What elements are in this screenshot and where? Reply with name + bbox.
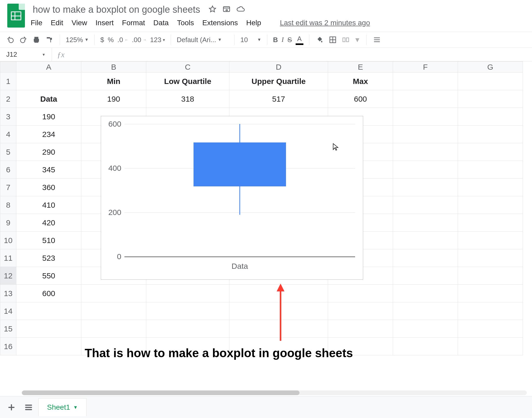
row-header[interactable]: 3 — [0, 108, 16, 126]
cell[interactable]: 517 — [229, 90, 328, 108]
row-header[interactable]: 1 — [0, 73, 16, 90]
row-header[interactable]: 10 — [0, 232, 16, 249]
y-tick-label: 600 — [108, 120, 121, 128]
cell[interactable]: Min — [81, 73, 146, 90]
fx-icon: ƒx — [52, 50, 70, 59]
row-header[interactable]: 14 — [0, 302, 16, 320]
menu-help[interactable]: Help — [246, 19, 261, 27]
name-box[interactable]: J12 ▼ — [0, 48, 52, 61]
cell[interactable]: 600 — [328, 90, 393, 108]
annotation-arrow-icon — [275, 284, 286, 341]
cell[interactable]: 550 — [16, 267, 81, 285]
svg-rect-3 — [346, 38, 349, 42]
menu-view[interactable]: View — [71, 19, 87, 27]
row-header[interactable]: 2 — [0, 90, 16, 108]
cell[interactable]: Low Quartile — [146, 73, 229, 90]
row-header[interactable]: 4 — [0, 126, 16, 143]
row-header[interactable]: 12 — [0, 267, 16, 285]
text-color-button[interactable]: A — [296, 35, 303, 45]
x-axis-label: Data — [231, 262, 248, 271]
toolbar: 125%▼ $ % .0← .00→ 123▾ Default (Ari...▼… — [0, 32, 532, 48]
fill-color-button[interactable] — [315, 35, 324, 44]
star-icon[interactable] — [208, 5, 217, 14]
cell[interactable]: 420 — [16, 214, 81, 232]
sheet-tab[interactable]: Sheet1▼ — [38, 398, 87, 416]
row-header[interactable]: 9 — [0, 214, 16, 232]
mouse-cursor-icon — [332, 142, 340, 151]
cell[interactable]: 600 — [16, 285, 81, 302]
menu-insert[interactable]: Insert — [96, 19, 114, 27]
col-header-A[interactable]: A — [16, 62, 81, 73]
y-tick-label: 400 — [108, 164, 121, 173]
cell[interactable]: 190 — [16, 108, 81, 126]
cell[interactable]: 360 — [16, 179, 81, 196]
select-all-corner[interactable] — [0, 62, 16, 73]
strikethrough-button[interactable]: S — [287, 36, 292, 44]
cell[interactable]: 523 — [16, 249, 81, 267]
bold-button[interactable]: B — [273, 36, 278, 44]
add-sheet-button[interactable] — [4, 400, 19, 415]
menu-data[interactable]: Data — [153, 19, 169, 27]
col-header-F[interactable]: F — [393, 62, 458, 73]
redo-button[interactable] — [19, 35, 28, 44]
horizontal-scrollbar[interactable] — [22, 390, 527, 395]
cell[interactable]: 510 — [16, 232, 81, 249]
italic-button[interactable]: I — [282, 36, 284, 44]
doc-title[interactable]: how to make a boxplot on google sheets — [31, 4, 202, 16]
cell[interactable]: Data — [16, 90, 81, 108]
col-header-G[interactable]: G — [458, 62, 523, 73]
cell[interactable]: 234 — [16, 126, 81, 143]
cell[interactable]: Upper Quartile — [229, 73, 328, 90]
zoom-dropdown[interactable]: 125%▼ — [66, 36, 89, 44]
row-header[interactable]: 15 — [0, 320, 16, 338]
more-formats-dropdown[interactable]: 123▾ — [150, 36, 165, 44]
boxplot-chart[interactable]: 0200400600Data — [101, 116, 363, 280]
cell[interactable]: 318 — [146, 90, 229, 108]
menu-format[interactable]: Format — [122, 19, 145, 27]
menu-edit[interactable]: Edit — [51, 19, 63, 27]
last-edit-link[interactable]: Last edit was 2 minutes ago — [280, 19, 370, 27]
cell[interactable]: Max — [328, 73, 393, 90]
row-header[interactable]: 8 — [0, 196, 16, 214]
row-header[interactable]: 6 — [0, 161, 16, 179]
paint-format-button[interactable] — [45, 35, 54, 44]
row-header[interactable]: 16 — [0, 338, 16, 355]
cell[interactable]: 290 — [16, 143, 81, 161]
menu-bar: File Edit View Insert Format Data Tools … — [31, 19, 527, 27]
col-header-D[interactable]: D — [229, 62, 328, 73]
menu-file[interactable]: File — [31, 19, 42, 27]
font-size-dropdown[interactable]: 10▼ — [240, 36, 261, 44]
menu-tools[interactable]: Tools — [177, 19, 194, 27]
sheets-logo-icon[interactable] — [7, 4, 25, 28]
undo-button[interactable] — [6, 35, 15, 44]
merge-cells-button[interactable] — [341, 35, 350, 44]
format-currency-button[interactable]: $ — [100, 36, 104, 44]
all-sheets-button[interactable] — [21, 400, 36, 415]
format-percent-button[interactable]: % — [108, 36, 114, 44]
decrease-decimal-button[interactable]: .0← — [117, 36, 128, 44]
annotation-caption: That is how to make a boxplot in google … — [85, 346, 353, 360]
increase-decimal-button[interactable]: .00→ — [132, 36, 147, 44]
spreadsheet-grid[interactable]: A B C D E F G 1 Min Low Quartile Upper Q… — [0, 61, 532, 396]
col-header-B[interactable]: B — [81, 62, 146, 73]
row-header[interactable]: 13 — [0, 285, 16, 302]
horizontal-align-button[interactable] — [372, 35, 382, 44]
cloud-status-icon[interactable] — [236, 5, 245, 14]
cell[interactable]: 345 — [16, 161, 81, 179]
print-button[interactable] — [32, 35, 41, 44]
cell[interactable]: 190 — [81, 90, 146, 108]
col-header-C[interactable]: C — [146, 62, 229, 73]
move-icon[interactable] — [222, 5, 231, 14]
doc-header: how to make a boxplot on google sheets F… — [0, 0, 532, 28]
svg-marker-5 — [277, 284, 284, 291]
col-header-E[interactable]: E — [328, 62, 393, 73]
sheet-tab-bar: Sheet1▼ — [0, 396, 532, 418]
menu-extensions[interactable]: Extensions — [202, 19, 238, 27]
borders-button[interactable] — [328, 35, 337, 44]
row-header[interactable]: 5 — [0, 143, 16, 161]
cell[interactable]: 410 — [16, 196, 81, 214]
boxplot-box — [194, 142, 286, 186]
font-family-dropdown[interactable]: Default (Ari...▼ — [177, 36, 229, 44]
row-header[interactable]: 7 — [0, 179, 16, 196]
row-header[interactable]: 11 — [0, 249, 16, 267]
